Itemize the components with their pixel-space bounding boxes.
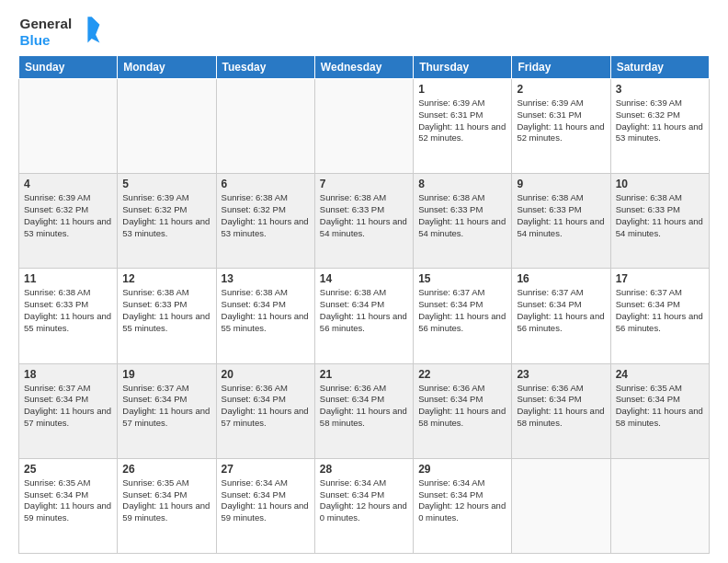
calendar-cell: 27Sunrise: 6:34 AMSunset: 6:34 PMDayligh…: [216, 458, 314, 553]
day-number: 23: [517, 368, 605, 381]
day-info: Sunrise: 6:36 AMSunset: 6:34 PMDaylight:…: [418, 383, 506, 430]
calendar-cell: 14Sunrise: 6:38 AMSunset: 6:34 PMDayligh…: [314, 269, 413, 363]
calendar-cell: 6Sunrise: 6:38 AMSunset: 6:32 PMDaylight…: [216, 174, 314, 269]
day-info: Sunrise: 6:38 AMSunset: 6:33 PMDaylight:…: [24, 287, 112, 334]
day-number: 29: [418, 463, 506, 476]
day-number: 22: [418, 368, 506, 381]
day-info: Sunrise: 6:37 AMSunset: 6:34 PMDaylight:…: [122, 383, 210, 430]
day-info: Sunrise: 6:38 AMSunset: 6:33 PMDaylight:…: [418, 192, 506, 239]
calendar-cell: 16Sunrise: 6:37 AMSunset: 6:34 PMDayligh…: [512, 269, 610, 363]
day-number: 11: [24, 272, 112, 285]
calendar-cell: [610, 458, 709, 553]
calendar-cell: 11Sunrise: 6:38 AMSunset: 6:33 PMDayligh…: [19, 269, 118, 363]
calendar-cell: [314, 79, 413, 174]
day-info: Sunrise: 6:38 AMSunset: 6:33 PMDaylight:…: [616, 192, 704, 239]
calendar-cell: 15Sunrise: 6:37 AMSunset: 6:34 PMDayligh…: [414, 269, 512, 363]
calendar-cell: 26Sunrise: 6:35 AMSunset: 6:34 PMDayligh…: [118, 458, 216, 553]
calendar-cell: 1Sunrise: 6:39 AMSunset: 6:31 PMDaylight…: [414, 79, 512, 174]
calendar-cell: 18Sunrise: 6:37 AMSunset: 6:34 PMDayligh…: [19, 363, 118, 458]
day-info: Sunrise: 6:37 AMSunset: 6:34 PMDaylight:…: [24, 383, 112, 430]
calendar-row-2: 11Sunrise: 6:38 AMSunset: 6:33 PMDayligh…: [19, 269, 710, 363]
calendar-cell: [19, 79, 118, 174]
svg-text:Blue: Blue: [20, 32, 51, 48]
calendar-cell: 25Sunrise: 6:35 AMSunset: 6:34 PMDayligh…: [19, 458, 118, 553]
svg-text:General: General: [20, 16, 73, 31]
calendar-cell: 24Sunrise: 6:35 AMSunset: 6:34 PMDayligh…: [610, 363, 709, 458]
day-info: Sunrise: 6:37 AMSunset: 6:34 PMDaylight:…: [418, 287, 506, 334]
calendar-cell: 28Sunrise: 6:34 AMSunset: 6:34 PMDayligh…: [314, 458, 413, 553]
calendar-cell: 9Sunrise: 6:38 AMSunset: 6:33 PMDaylight…: [512, 174, 610, 269]
weekday-header-friday: Friday: [512, 56, 610, 79]
day-info: Sunrise: 6:38 AMSunset: 6:32 PMDaylight:…: [222, 192, 310, 239]
day-number: 20: [222, 368, 310, 381]
calendar-cell: [118, 79, 216, 174]
logo-icon: General Blue: [18, 15, 101, 50]
day-number: 13: [222, 272, 310, 285]
svg-marker-2: [87, 17, 99, 42]
weekday-header-tuesday: Tuesday: [216, 56, 314, 79]
day-number: 3: [616, 83, 704, 96]
day-number: 24: [616, 368, 704, 381]
day-number: 28: [320, 463, 408, 476]
day-info: Sunrise: 6:35 AMSunset: 6:34 PMDaylight:…: [616, 383, 704, 430]
calendar-cell: 23Sunrise: 6:36 AMSunset: 6:34 PMDayligh…: [512, 363, 610, 458]
day-info: Sunrise: 6:39 AMSunset: 6:31 PMDaylight:…: [517, 98, 605, 144]
calendar-row-1: 4Sunrise: 6:39 AMSunset: 6:32 PMDaylight…: [19, 174, 710, 269]
calendar: SundayMondayTuesdayWednesdayThursdayFrid…: [18, 55, 710, 554]
day-number: 2: [517, 83, 605, 96]
day-info: Sunrise: 6:35 AMSunset: 6:34 PMDaylight:…: [122, 477, 210, 524]
day-number: 15: [418, 272, 506, 285]
calendar-row-4: 25Sunrise: 6:35 AMSunset: 6:34 PMDayligh…: [19, 458, 710, 553]
day-info: Sunrise: 6:39 AMSunset: 6:32 PMDaylight:…: [122, 192, 210, 239]
calendar-cell: 21Sunrise: 6:36 AMSunset: 6:34 PMDayligh…: [314, 363, 413, 458]
calendar-cell: 29Sunrise: 6:34 AMSunset: 6:34 PMDayligh…: [414, 458, 512, 553]
calendar-cell: 5Sunrise: 6:39 AMSunset: 6:32 PMDaylight…: [118, 174, 216, 269]
calendar-cell: 10Sunrise: 6:38 AMSunset: 6:33 PMDayligh…: [610, 174, 709, 269]
calendar-cell: 3Sunrise: 6:39 AMSunset: 6:32 PMDaylight…: [610, 79, 709, 174]
day-info: Sunrise: 6:34 AMSunset: 6:34 PMDaylight:…: [222, 477, 310, 524]
day-info: Sunrise: 6:39 AMSunset: 6:32 PMDaylight:…: [616, 98, 704, 144]
day-number: 1: [418, 83, 506, 96]
calendar-row-3: 18Sunrise: 6:37 AMSunset: 6:34 PMDayligh…: [19, 363, 710, 458]
calendar-cell: 7Sunrise: 6:38 AMSunset: 6:33 PMDaylight…: [314, 174, 413, 269]
weekday-header-saturday: Saturday: [610, 56, 709, 79]
weekday-header-thursday: Thursday: [414, 56, 512, 79]
day-info: Sunrise: 6:38 AMSunset: 6:33 PMDaylight:…: [122, 287, 210, 334]
day-info: Sunrise: 6:37 AMSunset: 6:34 PMDaylight:…: [616, 287, 704, 334]
logo: General Blue: [18, 15, 101, 50]
day-info: Sunrise: 6:34 AMSunset: 6:34 PMDaylight:…: [418, 477, 506, 524]
day-info: Sunrise: 6:36 AMSunset: 6:34 PMDaylight:…: [222, 383, 310, 430]
calendar-cell: [512, 458, 610, 553]
day-number: 9: [517, 178, 605, 190]
day-info: Sunrise: 6:39 AMSunset: 6:31 PMDaylight:…: [418, 98, 506, 144]
day-number: 10: [616, 178, 704, 190]
day-number: 27: [222, 463, 310, 476]
calendar-cell: 4Sunrise: 6:39 AMSunset: 6:32 PMDaylight…: [19, 174, 118, 269]
day-number: 19: [122, 368, 210, 381]
day-info: Sunrise: 6:39 AMSunset: 6:32 PMDaylight:…: [24, 192, 112, 239]
calendar-cell: 12Sunrise: 6:38 AMSunset: 6:33 PMDayligh…: [118, 269, 216, 363]
day-number: 26: [122, 463, 210, 476]
day-info: Sunrise: 6:34 AMSunset: 6:34 PMDaylight:…: [320, 477, 408, 524]
calendar-cell: 13Sunrise: 6:38 AMSunset: 6:34 PMDayligh…: [216, 269, 314, 363]
weekday-header-row: SundayMondayTuesdayWednesdayThursdayFrid…: [19, 56, 710, 79]
weekday-header-monday: Monday: [118, 56, 216, 79]
day-number: 21: [320, 368, 408, 381]
day-number: 18: [24, 368, 112, 381]
page: General Blue SundayMondayTuesdayWednesda…: [0, 0, 728, 563]
calendar-cell: 22Sunrise: 6:36 AMSunset: 6:34 PMDayligh…: [414, 363, 512, 458]
day-info: Sunrise: 6:36 AMSunset: 6:34 PMDaylight:…: [320, 383, 408, 430]
day-number: 4: [24, 178, 112, 190]
day-info: Sunrise: 6:38 AMSunset: 6:33 PMDaylight:…: [517, 192, 605, 239]
calendar-cell: 19Sunrise: 6:37 AMSunset: 6:34 PMDayligh…: [118, 363, 216, 458]
weekday-header-sunday: Sunday: [19, 56, 118, 79]
day-info: Sunrise: 6:38 AMSunset: 6:33 PMDaylight:…: [320, 192, 408, 239]
calendar-cell: 8Sunrise: 6:38 AMSunset: 6:33 PMDaylight…: [414, 174, 512, 269]
day-number: 14: [320, 272, 408, 285]
calendar-cell: 20Sunrise: 6:36 AMSunset: 6:34 PMDayligh…: [216, 363, 314, 458]
top-header: General Blue: [18, 15, 710, 50]
calendar-cell: [216, 79, 314, 174]
day-number: 8: [418, 178, 506, 190]
weekday-header-wednesday: Wednesday: [314, 56, 413, 79]
calendar-cell: 17Sunrise: 6:37 AMSunset: 6:34 PMDayligh…: [610, 269, 709, 363]
